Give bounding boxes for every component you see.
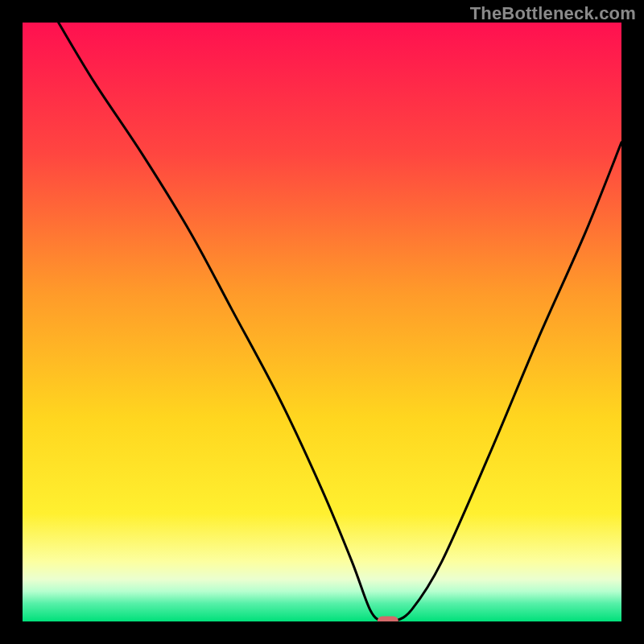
optimal-marker — [378, 617, 398, 622]
chart-frame: TheBottleneck.com — [0, 0, 644, 644]
watermark-text: TheBottleneck.com — [470, 3, 636, 24]
plot-svg — [23, 23, 621, 621]
gradient-background — [23, 23, 621, 621]
plot-area — [23, 23, 621, 621]
